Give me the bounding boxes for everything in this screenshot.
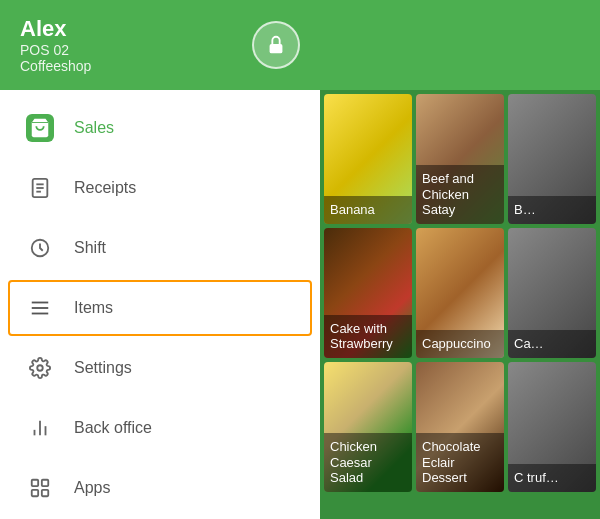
food-grid: Banana Beef and Chicken Satay B… Cake wi… [320, 90, 600, 496]
grid-item-extra-top[interactable]: B… [508, 94, 596, 224]
items-icon [26, 294, 54, 322]
items-label: Items [74, 299, 113, 317]
grid-item-label-satay: Beef and Chicken Satay [416, 165, 504, 224]
sidebar-item-shift[interactable]: Shift [0, 218, 320, 278]
grid-item-chocolate-eclair[interactable]: Chocolate Eclair Dessert [416, 362, 504, 492]
sidebar-item-receipts[interactable]: Receipts [0, 158, 320, 218]
svg-rect-14 [32, 480, 38, 486]
main-content: Banana Beef and Chicken Satay B… Cake wi… [320, 0, 600, 519]
svg-rect-16 [32, 490, 38, 496]
grid-item-label-cake: Cake with Strawberry [324, 315, 412, 358]
settings-label: Settings [74, 359, 132, 377]
sidebar-item-apps[interactable]: Apps [0, 458, 320, 518]
lock-button[interactable] [252, 21, 300, 69]
sidebar-item-sales[interactable]: Sales [0, 98, 320, 158]
receipts-icon [26, 174, 54, 202]
pos-id: POS 02 [20, 42, 91, 58]
apps-label: Apps [74, 479, 110, 497]
svg-rect-0 [270, 44, 283, 53]
back-office-icon [26, 414, 54, 442]
svg-point-10 [37, 365, 43, 371]
grid-item-beef-chicken-satay[interactable]: Beef and Chicken Satay [416, 94, 504, 224]
grid-item-chicken-caesar[interactable]: Chicken Caesar Salad [324, 362, 412, 492]
receipts-label: Receipts [74, 179, 136, 197]
sidebar-item-back-office[interactable]: Back office [0, 398, 320, 458]
grid-item-label-eclair: Chocolate Eclair Dessert [416, 433, 504, 492]
location: Coffeeshop [20, 58, 91, 74]
sidebar-header: Alex POS 02 Coffeeshop [0, 0, 320, 90]
username: Alex [20, 16, 91, 42]
grid-item-cake-strawberry[interactable]: Cake with Strawberry [324, 228, 412, 358]
shift-icon [26, 234, 54, 262]
svg-rect-15 [42, 480, 48, 486]
svg-rect-17 [42, 490, 48, 496]
back-office-label: Back office [74, 419, 152, 437]
sidebar: Alex POS 02 Coffeeshop Sales [0, 0, 320, 519]
sidebar-item-items[interactable]: Items [8, 280, 312, 336]
grid-item-banana[interactable]: Banana [324, 94, 412, 224]
grid-item-label-banana: Banana [324, 196, 412, 224]
sidebar-user-info: Alex POS 02 Coffeeshop [20, 16, 91, 74]
grid-item-label-chicken: Chicken Caesar Salad [324, 433, 412, 492]
grid-item-label-truf: C truf… [508, 464, 596, 492]
grid-item-label-extra-top: B… [508, 196, 596, 224]
settings-icon [26, 354, 54, 382]
grid-item-cappuccino[interactable]: Cappuccino [416, 228, 504, 358]
grid-item-label-cappuccino: Cappuccino [416, 330, 504, 358]
apps-icon [26, 474, 54, 502]
top-bar [320, 0, 600, 90]
grid-item-ca[interactable]: Ca… [508, 228, 596, 358]
grid-item-truf[interactable]: C truf… [508, 362, 596, 492]
sales-icon [26, 114, 54, 142]
shift-label: Shift [74, 239, 106, 257]
sidebar-item-settings[interactable]: Settings [0, 338, 320, 398]
grid-item-label-ca: Ca… [508, 330, 596, 358]
sales-label: Sales [74, 119, 114, 137]
sidebar-nav: Sales Receipts Shift [0, 90, 320, 519]
